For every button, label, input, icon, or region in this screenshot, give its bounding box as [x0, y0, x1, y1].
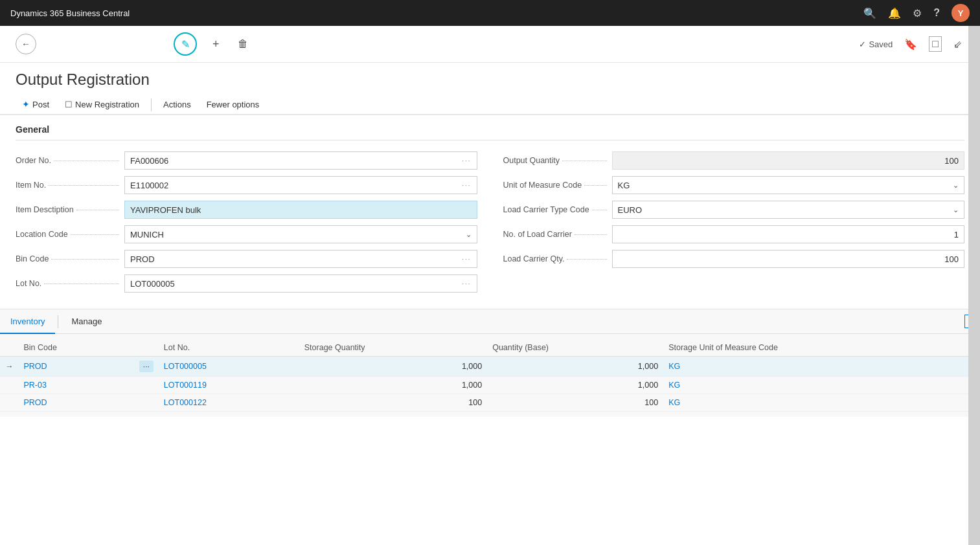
add-button[interactable]: + — [210, 35, 222, 54]
page-title-row: Output Registration — [0, 63, 980, 91]
no-of-load-carrier-label: No. of Load Carrier — [503, 230, 607, 239]
output-quantity-input: 100 — [612, 151, 965, 170]
new-reg-icon: ☐ — [65, 100, 73, 109]
output-quantity-row: Output Quantity 100 — [503, 148, 965, 173]
no-of-load-carrier-row: No. of Load Carrier 1 — [503, 222, 965, 247]
app-brand: Dynamics 365 Business Central — [10, 8, 130, 18]
form-left-column: Order No. FA000606 ··· Item No. E1100002… — [16, 148, 477, 296]
subpage-tabs: Inventory Manage ▭ — [0, 309, 980, 334]
general-form-grid: Order No. FA000606 ··· Item No. E1100002… — [16, 148, 964, 296]
row-storage-uom: KG — [663, 394, 980, 412]
load-carrier-type-select[interactable]: EURO ⌄ — [612, 201, 965, 219]
delete-button[interactable]: 🗑 — [235, 36, 251, 52]
row-lot-no: LOT000122 — [159, 394, 299, 412]
open-new-window-button[interactable]: □ — [929, 36, 942, 52]
bin-code-row: Bin Code PROD ··· — [16, 247, 477, 271]
output-quantity-label: Output Quantity — [503, 156, 607, 165]
load-carrier-qty-row: Load Carrier Qty. 100 — [503, 247, 965, 271]
expand-page-button[interactable]: ⇙ — [951, 36, 964, 53]
help-icon[interactable]: ? — [933, 7, 940, 19]
row-arrow — [0, 394, 19, 412]
row-storage-qty: 1,000 — [299, 357, 487, 377]
load-carrier-qty-label: Load Carrier Qty. — [503, 254, 607, 263]
user-avatar[interactable]: Y — [952, 4, 970, 22]
table-header: Bin Code Lot No. Storage Quantity Quanti… — [0, 339, 980, 357]
row-action-button[interactable]: ··· — [139, 361, 154, 372]
lot-no-lookup-icon[interactable]: ··· — [462, 280, 471, 287]
row-lot-no: LOT000119 — [159, 377, 299, 394]
order-no-lookup-icon[interactable]: ··· — [462, 157, 471, 164]
search-icon[interactable]: 🔍 — [863, 7, 876, 19]
back-button[interactable]: ← — [16, 34, 36, 54]
tab-divider — [58, 315, 58, 328]
bin-code-input[interactable]: PROD ··· — [124, 250, 477, 268]
load-carrier-type-chevron-icon: ⌄ — [953, 206, 959, 214]
no-of-load-carrier-input[interactable]: 1 — [612, 225, 965, 243]
order-no-label: Order No. — [16, 156, 119, 165]
row-qty-base: 100 — [487, 394, 663, 412]
new-registration-button[interactable]: ☐ New Registration — [58, 96, 146, 115]
top-navigation-bar: Dynamics 365 Business Central 🔍 🔔 ⚙ ? Y — [0, 0, 980, 26]
saved-status: ✓ Saved — [859, 39, 893, 49]
lot-no-input[interactable]: LOT000005 ··· — [124, 274, 477, 293]
action-bar: ✦ Post ☐ New Registration Actions Fewer … — [0, 91, 980, 115]
item-no-label: Item No. — [16, 181, 119, 190]
right-scroll-sidebar[interactable] — [968, 26, 980, 545]
unit-of-measure-row: Unit of Measure Code KG ⌄ — [503, 173, 965, 197]
row-arrow — [0, 377, 19, 394]
th-action — [134, 339, 159, 357]
item-no-row: Item No. E1100002 ··· — [16, 173, 477, 197]
settings-icon[interactable]: ⚙ — [913, 7, 922, 19]
row-storage-uom: KG — [663, 357, 980, 377]
location-code-select[interactable]: MUNICH ⌄ — [124, 225, 477, 243]
unit-of-measure-chevron-icon: ⌄ — [953, 181, 959, 190]
table-row: PR-03 LOT000119 1,000 1,000 KG — [0, 377, 980, 394]
th-arrow — [0, 339, 19, 357]
th-storage-uom: Storage Unit of Measure Code — [663, 339, 980, 357]
order-no-row: Order No. FA000606 ··· — [16, 148, 477, 173]
location-code-chevron-icon: ⌄ — [466, 230, 472, 239]
location-code-row: Location Code MUNICH ⌄ — [16, 222, 477, 247]
page-title: Output Registration — [16, 71, 964, 89]
row-action-cell: ··· — [134, 357, 159, 377]
row-qty-base: 1,000 — [487, 377, 663, 394]
unit-of-measure-select[interactable]: KG ⌄ — [612, 176, 965, 194]
unit-of-measure-label: Unit of Measure Code — [503, 181, 607, 190]
row-qty-base: 1,000 — [487, 357, 663, 377]
action-divider — [151, 98, 152, 111]
item-no-input[interactable]: E1100002 ··· — [124, 176, 477, 194]
load-carrier-type-label: Load Carrier Type Code — [503, 205, 607, 214]
row-bin-code: PR-03 — [19, 377, 134, 394]
load-carrier-qty-input[interactable]: 100 — [612, 250, 965, 268]
notification-icon[interactable]: 🔔 — [888, 7, 901, 19]
app-name: Dynamics 365 Business Central — [10, 8, 130, 18]
row-lot-no: LOT000005 — [159, 357, 299, 377]
bin-code-label: Bin Code — [16, 254, 119, 263]
actions-button[interactable]: Actions — [157, 96, 198, 115]
checkmark-icon: ✓ — [859, 39, 866, 49]
page-wrapper: ← ✎ + 🗑 ✓ Saved 🔖 □ ⇙ Output Registratio… — [0, 26, 980, 545]
load-carrier-type-row: Load Carrier Type Code EURO ⌄ — [503, 197, 965, 222]
tab-manage[interactable]: Manage — [61, 310, 112, 334]
table-row: → PROD ··· LOT000005 1,000 1,000 KG — [0, 357, 980, 377]
general-section-header: General — [16, 115, 964, 140]
lot-no-row: Lot No. LOT000005 ··· — [16, 271, 477, 296]
toolbar-left-actions: ← ✎ + 🗑 — [16, 32, 251, 56]
row-storage-qty: 100 — [299, 394, 487, 412]
bookmark-button[interactable]: 🔖 — [902, 36, 920, 53]
th-qty-base: Quantity (Base) — [487, 339, 663, 357]
tab-inventory[interactable]: Inventory — [0, 310, 55, 334]
edit-button[interactable]: ✎ — [174, 32, 197, 56]
fewer-options-button[interactable]: Fewer options — [200, 96, 266, 115]
lot-no-label: Lot No. — [16, 279, 119, 288]
bin-code-lookup-icon[interactable]: ··· — [462, 256, 471, 263]
location-code-label: Location Code — [16, 230, 119, 239]
order-no-input[interactable]: FA000606 ··· — [124, 151, 477, 170]
item-no-lookup-icon[interactable]: ··· — [462, 182, 471, 189]
row-bin-code: PROD — [19, 394, 134, 412]
item-description-label: Item Desctiption — [16, 205, 119, 214]
row-arrow: → — [0, 357, 19, 377]
form-right-column: Output Quantity 100 Unit of Measure Code… — [503, 148, 965, 296]
item-description-input[interactable]: YAVIPROFEN bulk — [124, 201, 477, 219]
post-button[interactable]: ✦ Post — [16, 95, 56, 115]
